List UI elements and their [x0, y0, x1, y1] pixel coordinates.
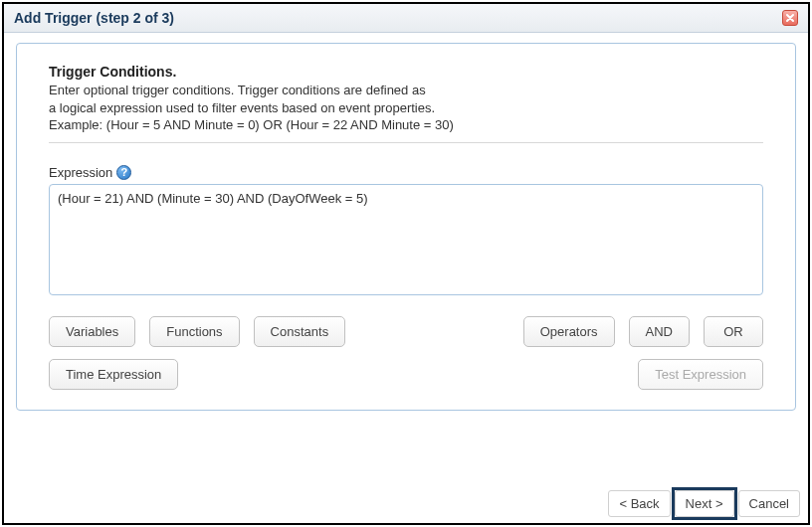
section-desc-line1: Enter optional trigger conditions. Trigg… — [49, 82, 763, 99]
dialog-footer: < Back Next > Cancel — [608, 490, 800, 517]
builder-buttons-row1: Variables Functions Constants Operators … — [49, 316, 763, 347]
dialog-title: Add Trigger (step 2 of 3) — [14, 10, 174, 26]
dialog-body: Trigger Conditions. Enter optional trigg… — [4, 33, 808, 484]
section-desc-line2: a logical expression used to filter even… — [49, 99, 763, 117]
expression-label-row: Expression ? — [49, 165, 763, 180]
or-button[interactable]: OR — [704, 316, 763, 347]
functions-button[interactable]: Functions — [149, 316, 239, 347]
test-expression-button: Test Expression — [638, 359, 763, 390]
next-button[interactable]: Next > — [675, 490, 734, 517]
content-box: Trigger Conditions. Enter optional trigg… — [16, 43, 796, 411]
builder-buttons-row2: Time Expression Test Expression — [49, 359, 763, 390]
cancel-button[interactable]: Cancel — [738, 490, 800, 517]
operators-button[interactable]: Operators — [523, 316, 615, 347]
section-title: Trigger Conditions. — [49, 64, 763, 80]
next-button-label: Next > — [686, 496, 723, 511]
and-button[interactable]: AND — [629, 316, 690, 347]
add-trigger-dialog: Add Trigger (step 2 of 3) Trigger Condit… — [2, 2, 810, 525]
help-icon[interactable]: ? — [116, 165, 131, 180]
dialog-header: Add Trigger (step 2 of 3) — [4, 4, 808, 33]
variables-button[interactable]: Variables — [49, 316, 135, 347]
back-button[interactable]: < Back — [608, 490, 670, 517]
x-icon — [785, 13, 795, 23]
expression-label: Expression — [49, 165, 112, 180]
time-expression-button[interactable]: Time Expression — [49, 359, 178, 390]
section-desc-line3: Example: (Hour = 5 AND Minute = 0) OR (H… — [49, 116, 763, 134]
expression-input[interactable] — [49, 184, 763, 295]
section-divider — [49, 142, 763, 143]
close-icon[interactable] — [782, 10, 798, 26]
constants-button[interactable]: Constants — [254, 316, 346, 347]
